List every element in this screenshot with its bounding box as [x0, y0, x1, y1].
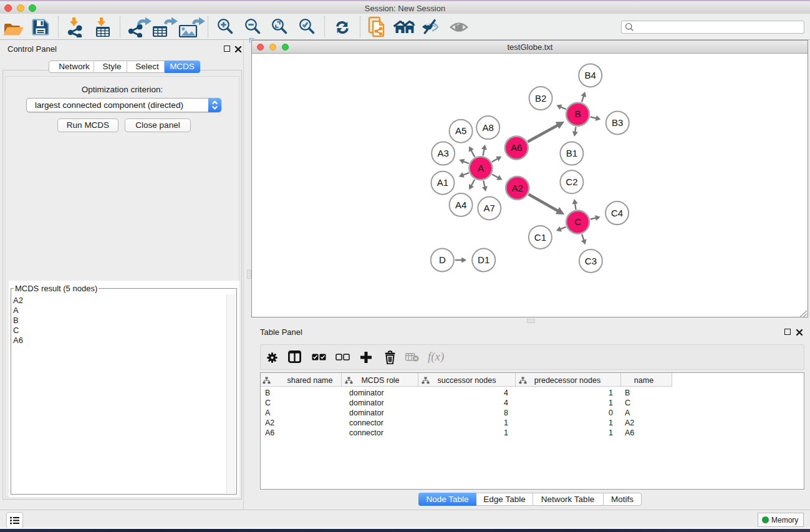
svg-text:B4: B4 [585, 70, 596, 80]
svg-text:B3: B3 [612, 117, 623, 128]
svg-text:B1: B1 [566, 148, 577, 158]
svg-text:A3: A3 [438, 148, 449, 158]
svg-text:A: A [478, 163, 484, 173]
svg-text:D: D [439, 254, 446, 265]
svg-text:B2: B2 [535, 93, 546, 104]
svg-text:C3: C3 [585, 256, 597, 266]
svg-text:A2: A2 [512, 183, 523, 193]
svg-text:A8: A8 [483, 122, 494, 133]
svg-text:C1: C1 [534, 232, 546, 243]
svg-text:A5: A5 [455, 125, 466, 136]
svg-text:B: B [575, 109, 581, 119]
svg-text:C2: C2 [566, 177, 577, 187]
svg-text:C4: C4 [611, 208, 623, 218]
svg-text:A6: A6 [511, 142, 522, 153]
svg-text:A7: A7 [484, 203, 495, 213]
svg-text:D1: D1 [478, 254, 489, 265]
svg-text:A1: A1 [437, 177, 448, 188]
svg-text:A4: A4 [455, 200, 466, 210]
svg-text:C: C [574, 216, 581, 227]
